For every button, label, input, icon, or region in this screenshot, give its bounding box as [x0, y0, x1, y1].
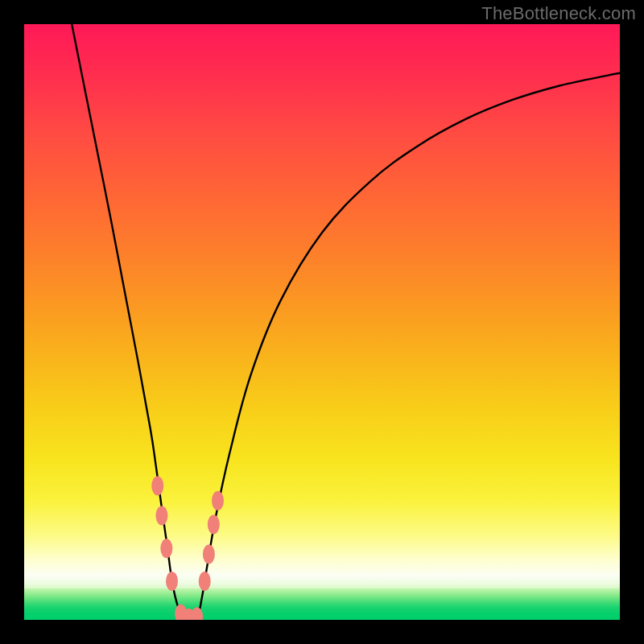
markers-group [151, 477, 224, 621]
left-cluster-marker [151, 477, 163, 496]
curve-group [72, 24, 620, 620]
bottleneck-curve-svg [24, 24, 620, 620]
bottom-cluster-marker [191, 607, 203, 620]
watermark-text: TheBottleneck.com [481, 3, 636, 24]
bottleneck-curve [72, 24, 620, 620]
left-cluster-marker [166, 572, 178, 591]
right-cluster-marker [212, 491, 224, 510]
right-cluster-marker [208, 515, 220, 535]
left-cluster-marker [160, 539, 172, 558]
plot-area [24, 24, 620, 620]
left-cluster-marker [155, 506, 167, 526]
right-cluster-marker [203, 545, 215, 564]
right-cluster-marker [199, 572, 211, 591]
chart-frame: TheBottleneck.com [0, 0, 644, 644]
